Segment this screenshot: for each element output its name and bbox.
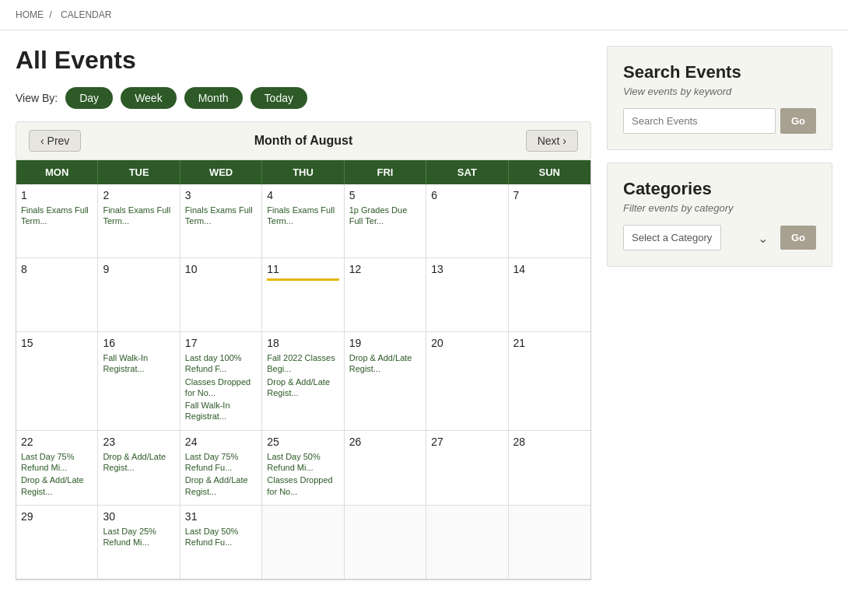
cal-cell: 15 [16, 332, 98, 431]
header-tue: TUE [98, 160, 180, 184]
cal-cell: 31Last Day 50% Refund Fu... [180, 506, 262, 579]
view-day-button[interactable]: Day [65, 87, 113, 109]
header-fri: FRI [345, 160, 426, 184]
search-go-button[interactable]: Go [780, 108, 816, 134]
cal-cell: 29 [16, 506, 98, 579]
search-row: Go [623, 108, 816, 134]
breadcrumb-current: CALENDAR [61, 9, 111, 20]
cal-cell: 6 [426, 184, 508, 258]
cal-cell: 1Finals Exams Full Term... [16, 184, 98, 258]
day-number: 3 [185, 189, 257, 201]
cal-cell: 11 [262, 258, 344, 332]
cal-cell: 51p Grades Due Full Ter... [345, 184, 426, 258]
day-number: 26 [349, 436, 421, 448]
cal-cell: 9 [98, 258, 180, 332]
day-number: 7 [513, 189, 586, 201]
search-subtitle: View events by keyword [623, 86, 816, 97]
day-number: 29 [21, 510, 93, 523]
day-number: 6 [431, 189, 503, 201]
page-title: All Events [16, 46, 591, 75]
day-number: 23 [103, 436, 174, 448]
event-item[interactable]: Classes Dropped for No... [185, 376, 257, 399]
event-item[interactable]: Fall Walk-In Registrat... [103, 352, 174, 375]
cal-cell: 4Finals Exams Full Term... [262, 184, 344, 258]
cal-cell: 18Fall 2022 Classes Begi...Drop & Add/La… [262, 332, 344, 431]
calendar-grid: MON TUE WED THU FRI SAT SUN 1Finals Exam… [16, 160, 591, 580]
cal-cell: 23Drop & Add/Late Regist... [98, 431, 180, 506]
event-item[interactable]: Drop & Add/Late Regist... [103, 451, 174, 474]
day-number: 12 [349, 263, 421, 275]
cal-cell: 22Last Day 75% Refund Mi...Drop & Add/La… [16, 431, 98, 506]
category-select[interactable]: Select a CategoryAcademicAdministrativeF… [623, 225, 721, 250]
search-input[interactable] [623, 108, 776, 134]
cal-cell: 26 [345, 431, 426, 506]
prev-button[interactable]: ‹ Prev [29, 130, 81, 152]
event-item[interactable]: Last Day 50% Refund Fu... [185, 526, 257, 548]
cal-cell: 21 [509, 332, 590, 431]
day-number: 4 [267, 189, 338, 201]
categories-box: Categories Filter events by category Sel… [607, 163, 832, 267]
category-select-row: Select a CategoryAcademicAdministrativeF… [623, 225, 816, 250]
day-number: 1 [21, 189, 93, 201]
view-by-label: View By: [16, 92, 58, 104]
cal-cell: 16Fall Walk-In Registrat... [98, 332, 180, 431]
header-wed: WED [180, 160, 262, 184]
cal-cell: 24Last Day 75% Refund Fu...Drop & Add/La… [180, 431, 262, 506]
day-number: 18 [267, 337, 338, 349]
event-item[interactable]: Drop & Add/Late Regist... [349, 352, 421, 375]
cal-cell: 12 [345, 258, 426, 332]
event-item[interactable]: Drop & Add/Late Regist... [21, 474, 93, 497]
cal-cell: 8 [16, 258, 98, 332]
header-mon: MON [16, 160, 98, 184]
day-number: 10 [185, 263, 257, 275]
event-item[interactable]: Last Day 75% Refund Mi... [21, 451, 93, 474]
cal-cell: 28 [509, 431, 590, 506]
breadcrumb-separator: / [49, 9, 51, 20]
sidebar-section: Search Events View events by keyword Go … [607, 46, 832, 580]
day-number: 24 [185, 436, 257, 448]
header-sat: SAT [426, 160, 508, 184]
cal-cell: 25Last Day 50% Refund Mi...Classes Dropp… [262, 431, 344, 506]
cal-cell [262, 506, 344, 579]
cal-cell: 2Finals Exams Full Term... [98, 184, 180, 258]
cal-cell: 30Last Day 25% Refund Mi... [98, 506, 180, 579]
breadcrumb-home[interactable]: HOME [16, 9, 44, 20]
day-number: 20 [431, 337, 503, 349]
next-button[interactable]: Next › [526, 130, 578, 152]
event-item[interactable]: Drop & Add/Late Regist... [185, 474, 257, 497]
event-item[interactable]: Classes Dropped for No... [267, 474, 338, 497]
event-item[interactable]: Finals Exams Full Term... [185, 205, 257, 227]
day-number: 27 [431, 436, 503, 448]
day-number: 5 [349, 189, 421, 201]
cal-cell [426, 506, 508, 579]
event-item[interactable]: Drop & Add/Late Regist... [267, 376, 338, 399]
event-item[interactable]: Fall 2022 Classes Begi... [267, 352, 338, 375]
event-item[interactable]: Finals Exams Full Term... [267, 205, 338, 227]
cal-cell [509, 506, 590, 579]
month-title: Month of August [254, 134, 352, 148]
event-item[interactable]: Last Day 25% Refund Mi... [103, 526, 174, 548]
view-month-button[interactable]: Month [184, 87, 243, 109]
event-item[interactable]: Last Day 50% Refund Mi... [267, 451, 338, 474]
event-item[interactable]: 1p Grades Due Full Ter... [349, 205, 421, 227]
event-item[interactable]: Last day 100% Refund F... [185, 352, 257, 375]
view-today-button[interactable]: Today [251, 87, 307, 109]
day-number: 21 [513, 337, 586, 349]
cal-cell: 3Finals Exams Full Term... [180, 184, 262, 258]
event-item[interactable]: Fall Walk-In Registrat... [185, 400, 257, 422]
event-item[interactable]: Finals Exams Full Term... [103, 205, 174, 227]
category-go-button[interactable]: Go [780, 226, 816, 250]
view-week-button[interactable]: Week [121, 87, 177, 109]
day-number: 15 [21, 337, 93, 349]
day-headers: MON TUE WED THU FRI SAT SUN [16, 160, 590, 184]
category-select-wrapper: Select a CategoryAcademicAdministrativeF… [623, 225, 776, 250]
day-number: 31 [185, 510, 257, 523]
categories-subtitle: Filter events by category [623, 202, 816, 214]
cal-cell: 19Drop & Add/Late Regist... [345, 332, 426, 431]
day-number: 8 [21, 263, 93, 275]
cal-cell: 20 [426, 332, 508, 431]
event-item[interactable]: Finals Exams Full Term... [21, 205, 93, 227]
event-item[interactable]: Last Day 75% Refund Fu... [185, 451, 257, 474]
day-number: 28 [513, 436, 586, 448]
categories-title: Categories [623, 179, 816, 199]
